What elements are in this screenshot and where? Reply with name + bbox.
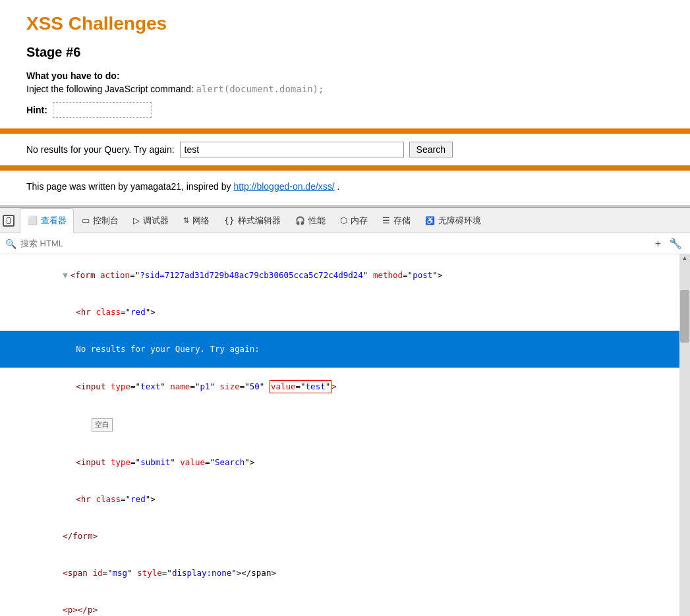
devtools-content: ▼<form action="?sid=7127ad31d729b48ac79c… — [0, 254, 679, 616]
search-icon: 🔍 — [5, 238, 16, 249]
html-line-noresults[interactable]: No results for your Query. Try again: — [0, 331, 679, 368]
hint-box — [53, 102, 152, 118]
tab-style-editor[interactable]: {} 样式编辑器 — [217, 208, 287, 233]
html-line-form[interactable]: ▼<form action="?sid=7127ad31d729b48ac79c… — [0, 257, 679, 294]
devtools-tabs: ⬜ 查看器 ▭ 控制台 ▷ 调试器 ⇅ 网络 {} 样式编辑器 🎧 性能 ⬡ 内… — [0, 208, 690, 233]
performance-icon: 🎧 — [295, 216, 305, 225]
storage-icon: ☰ — [382, 215, 390, 225]
console-icon: ▭ — [82, 215, 90, 225]
instruction-label: What you have to do: — [26, 70, 664, 81]
tab-performance-label: 性能 — [308, 215, 326, 227]
network-icon: ⇅ — [183, 216, 189, 225]
memory-icon: ⬡ — [340, 215, 347, 225]
search-button[interactable]: Search — [409, 142, 453, 157]
js-command: alert(document.domain); — [196, 84, 324, 94]
triangle-form: ▼ — [63, 270, 68, 280]
devtools-actions: + 🔧 — [652, 236, 685, 251]
tab-debugger[interactable]: ▷ 调试器 — [127, 208, 175, 233]
devtools-scrollbar: ▲ ▼ — [679, 254, 690, 616]
highlighted-value-attr: value="test" — [270, 380, 331, 393]
accessibility-icon: ♿ — [425, 216, 435, 225]
tab-accessibility-label: 无障碍环境 — [438, 215, 481, 227]
orange-bar-bottom — [0, 165, 690, 171]
tab-console-label: 控制台 — [93, 215, 119, 227]
pick-element-button[interactable]: 🔧 — [666, 236, 685, 251]
tab-memory[interactable]: ⬡ 内存 — [333, 208, 374, 233]
devtools-main: ▼<form action="?sid=7127ad31d729b48ac79c… — [0, 254, 690, 616]
html-line-form-close[interactable]: </form> — [0, 518, 679, 555]
tab-network-label: 网络 — [192, 215, 210, 227]
devtools-html: ▼<form action="?sid=7127ad31d729b48ac79c… — [0, 254, 679, 616]
devtools-panel: ⬜ 查看器 ▭ 控制台 ▷ 调试器 ⇅ 网络 {} 样式编辑器 🎧 性能 ⬡ 内… — [0, 207, 690, 616]
inspector-icon: ⬜ — [27, 215, 38, 225]
tab-network[interactable]: ⇅ 网络 — [177, 208, 216, 233]
instruction-text: Inject the following JavaScript command:… — [26, 84, 664, 94]
html-line-input-p1[interactable]: <input type="text" name="p1" size="50" v… — [0, 368, 679, 406]
tab-inspector-label: 查看器 — [41, 215, 67, 227]
orange-bar-top — [0, 128, 690, 134]
style-icon: {} — [224, 215, 235, 225]
html-line-hr1[interactable]: <hr class="red"> — [0, 294, 679, 331]
search-section: No results for your Query. Try again: Se… — [26, 142, 664, 157]
debugger-icon: ▷ — [133, 215, 140, 225]
scrollbar-thumb[interactable] — [680, 290, 689, 343]
footer-prefix: This page was written by yamagata21, ins… — [26, 181, 231, 192]
scroll-up-button[interactable]: ▲ — [680, 254, 689, 264]
footer-end: . — [337, 181, 340, 192]
hint-row: Hint: — [26, 102, 664, 118]
tab-accessibility[interactable]: ♿ 无障碍环境 — [418, 208, 488, 233]
html-line-span-msg[interactable]: <span id="msg" style="display:none"></sp… — [0, 555, 679, 592]
html-line-input-submit[interactable]: <input type="submit" value="Search"> — [0, 444, 679, 481]
instruction-prefix: Inject the following JavaScript command: — [26, 84, 194, 94]
html-line-empty[interactable]: 空白 — [0, 406, 679, 444]
devtools-search-bar: 🔍 + 🔧 — [0, 233, 690, 254]
tab-memory-label: 内存 — [351, 215, 368, 227]
search-input[interactable] — [180, 142, 404, 157]
tab-console[interactable]: ▭ 控制台 — [75, 208, 125, 233]
html-line-p[interactable]: <p></p> — [0, 592, 679, 616]
tab-storage-label: 存储 — [393, 215, 411, 227]
tab-storage[interactable]: ☰ 存储 — [376, 208, 417, 233]
no-results-text: No results for your Query. Try again: — [26, 144, 175, 155]
hint-label: Hint: — [26, 105, 47, 115]
tab-style-label: 样式编辑器 — [238, 215, 281, 227]
stage-title: Stage #6 — [26, 45, 664, 60]
page-title: XSS Challenges — [26, 13, 664, 34]
html-search-input[interactable] — [20, 238, 648, 248]
tab-inspector[interactable]: ⬜ 查看器 — [20, 208, 74, 233]
html-line-hr2[interactable]: <hr class="red"> — [0, 481, 679, 518]
main-page: XSS Challenges Stage #6 What you have to… — [0, 0, 690, 207]
add-node-button[interactable]: + — [652, 236, 664, 251]
footer-text: This page was written by yamagata21, ins… — [26, 181, 664, 192]
devtools-sidebar-toggle[interactable] — [3, 215, 14, 227]
footer-link[interactable]: http://blogged-on.de/xss/ — [233, 181, 334, 192]
tab-debugger-label: 调试器 — [143, 215, 169, 227]
empty-box: 空白 — [92, 418, 113, 432]
tab-performance[interactable]: 🎧 性能 — [289, 208, 332, 233]
noresults-text-content: No results for your Query. Try again: — [76, 344, 259, 354]
